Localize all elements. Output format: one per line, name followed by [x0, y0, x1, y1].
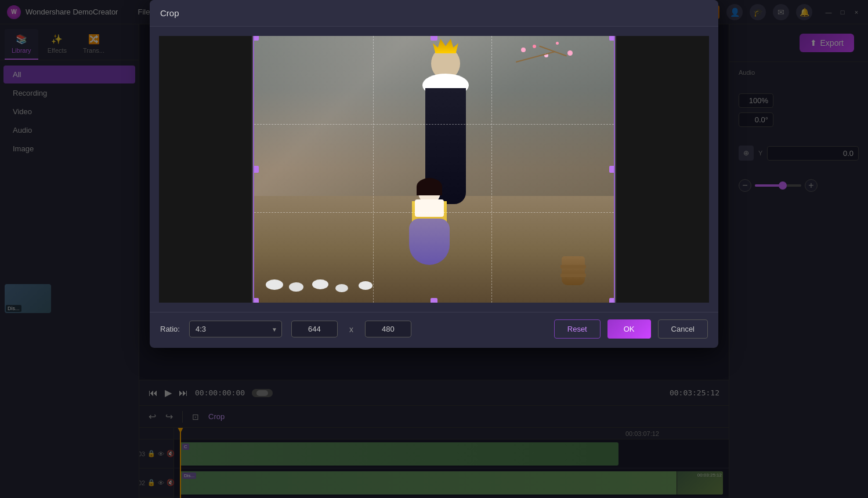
crop-handle-mr[interactable]: [609, 166, 615, 173]
crop-handle-bl[interactable]: [253, 298, 259, 303]
bird-2: [289, 282, 303, 292]
crop-grid-h1: [254, 124, 614, 125]
bird-4: [335, 284, 348, 292]
modal-positioner: Crop: [139, 0, 729, 498]
crop-modal-body: [150, 27, 718, 312]
crop-grid-v1: [373, 36, 374, 303]
ratio-select[interactable]: 4:3 16:9 1:1 9:16 Free: [189, 321, 282, 337]
crop-handle-tl[interactable]: [253, 36, 259, 41]
bird-5: [359, 281, 372, 290]
bird-1: [266, 279, 283, 290]
flower-2: [533, 45, 536, 48]
crop-handle-tr[interactable]: [609, 36, 615, 41]
branch-1: [516, 51, 555, 63]
crop-handle-bc[interactable]: [431, 298, 437, 303]
barrel: [562, 256, 585, 285]
snow-top: [415, 199, 444, 217]
flower-4: [556, 42, 559, 45]
crop-modal-footer: Ratio: 4:3 16:9 1:1 9:16 Free ▼ x Reset: [150, 312, 718, 348]
dimension-separator: x: [349, 325, 353, 334]
ok-button[interactable]: OK: [607, 319, 651, 339]
snow-hair: [417, 178, 442, 195]
vignette-left: [159, 36, 252, 303]
crop-grid-h2: [254, 212, 614, 213]
crop-image: [253, 36, 615, 303]
modal-overlay: Crop: [0, 0, 868, 498]
ratio-label: Ratio:: [160, 325, 180, 333]
ratio-select-wrapper: 4:3 16:9 1:1 9:16 Free ▼: [189, 321, 282, 337]
snow-skirt: [409, 219, 450, 265]
crop-handle-tc[interactable]: [431, 36, 437, 41]
width-input[interactable]: [291, 321, 338, 337]
barrel-band: [560, 265, 586, 268]
snow-white-figure: [406, 181, 453, 285]
crop-handle-ml[interactable]: [253, 166, 259, 173]
cancel-button[interactable]: Cancel: [658, 319, 708, 339]
reset-button[interactable]: Reset: [554, 319, 601, 339]
crop-handle-br[interactable]: [609, 298, 615, 303]
flowers-area: [509, 42, 579, 88]
crop-canvas-area[interactable]: [159, 36, 709, 303]
flower-5: [567, 50, 573, 56]
crop-modal: Crop: [150, 0, 718, 348]
flower-1: [521, 48, 526, 52]
modal-footer-buttons: Reset OK Cancel: [554, 319, 708, 339]
crop-modal-header: Crop: [150, 0, 718, 27]
bird-3: [312, 279, 328, 289]
barrel-band-2: [560, 274, 586, 277]
vignette-right: [616, 36, 709, 303]
crop-modal-title: Crop: [160, 8, 179, 18]
height-input[interactable]: [365, 321, 411, 337]
crop-grid-v2: [491, 36, 492, 303]
